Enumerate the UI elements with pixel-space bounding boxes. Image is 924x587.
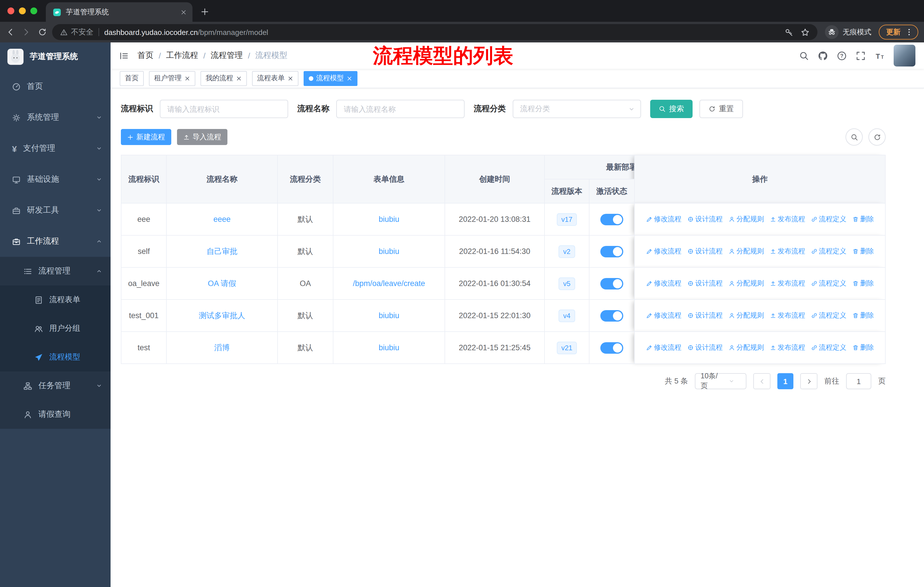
- op-design-link[interactable]: 设计流程: [687, 214, 723, 224]
- breadcrumb-item[interactable]: 流程管理: [211, 50, 243, 61]
- sidebar-item-process-admin[interactable]: 流程管理: [0, 257, 111, 286]
- hamburger-icon[interactable]: [119, 51, 129, 61]
- op-design-link[interactable]: 设计流程: [687, 246, 723, 256]
- sidebar-item-system-admin[interactable]: 系统管理: [0, 102, 111, 133]
- next-page-button[interactable]: [800, 373, 817, 389]
- create-process-button[interactable]: 新建流程: [121, 129, 171, 145]
- search-icon[interactable]: [799, 51, 809, 61]
- op-design-link[interactable]: 设计流程: [687, 343, 723, 352]
- op-publish-link[interactable]: 发布流程: [770, 343, 805, 352]
- new-tab-button[interactable]: [196, 3, 213, 20]
- sidebar-item-process-model[interactable]: 流程模型: [0, 343, 111, 372]
- active-toggle[interactable]: [601, 310, 623, 321]
- star-icon[interactable]: [801, 28, 809, 36]
- sidebar-logo[interactable]: 芋道管理系统: [0, 42, 111, 71]
- import-process-button[interactable]: 导入流程: [177, 129, 228, 145]
- op-delete-link[interactable]: 删除: [852, 279, 874, 288]
- model-name-link[interactable]: 滔博: [214, 343, 230, 352]
- sidebar-item-dev-tools[interactable]: 研发工具: [0, 195, 111, 226]
- process-key-input[interactable]: [160, 100, 288, 118]
- tab-tag-tenant-admin[interactable]: 租户管理: [149, 71, 195, 86]
- avatar[interactable]: [894, 45, 916, 66]
- browser-tab[interactable]: 芋道管理系统: [46, 2, 193, 22]
- help-icon[interactable]: ?: [837, 51, 846, 61]
- op-definition-link[interactable]: 流程定义: [811, 279, 846, 288]
- browser-menu-icon[interactable]: [905, 28, 913, 36]
- op-assign-rule-link[interactable]: 分配规则: [728, 214, 764, 224]
- goto-page-input[interactable]: [846, 373, 871, 389]
- close-icon[interactable]: [287, 75, 293, 81]
- reset-button[interactable]: 重置: [700, 100, 743, 118]
- op-design-link[interactable]: 设计流程: [687, 279, 723, 288]
- op-edit-link[interactable]: 修改流程: [646, 311, 681, 321]
- op-design-link[interactable]: 设计流程: [687, 311, 723, 321]
- model-name-link[interactable]: eeee: [213, 215, 231, 223]
- update-chip[interactable]: 更新: [879, 25, 918, 40]
- key-icon[interactable]: [785, 28, 794, 36]
- op-publish-link[interactable]: 发布流程: [770, 311, 805, 321]
- tab-tag-my-process[interactable]: 我的流程: [201, 71, 247, 86]
- search-button[interactable]: 搜索: [650, 100, 693, 118]
- tab-tag-home[interactable]: 首页: [120, 71, 144, 86]
- active-toggle[interactable]: [601, 213, 623, 225]
- form-link[interactable]: biubiu: [379, 343, 399, 352]
- form-link[interactable]: /bpm/oa/leave/create: [353, 279, 425, 288]
- op-delete-link[interactable]: 删除: [852, 246, 874, 256]
- op-assign-rule-link[interactable]: 分配规则: [728, 343, 764, 352]
- minimize-window-button[interactable]: [19, 7, 26, 14]
- sidebar-item-home[interactable]: 首页: [0, 71, 111, 102]
- sidebar-item-payment-admin[interactable]: ¥支付管理: [0, 133, 111, 164]
- close-icon[interactable]: [346, 75, 352, 81]
- font-size-icon[interactable]: TT: [875, 51, 884, 61]
- op-edit-link[interactable]: 修改流程: [646, 279, 681, 288]
- model-name-link[interactable]: 测试多审批人: [199, 311, 245, 319]
- active-toggle[interactable]: [601, 246, 623, 257]
- tab-tag-process-model[interactable]: 流程模型: [304, 71, 358, 86]
- op-edit-link[interactable]: 修改流程: [646, 246, 681, 256]
- breadcrumb-item[interactable]: 工作流程: [166, 50, 198, 61]
- op-definition-link[interactable]: 流程定义: [811, 311, 846, 321]
- forward-button[interactable]: [22, 28, 31, 37]
- active-toggle[interactable]: [601, 278, 623, 289]
- op-publish-link[interactable]: 发布流程: [770, 279, 805, 288]
- prev-page-button[interactable]: [753, 373, 771, 389]
- close-icon[interactable]: [185, 75, 190, 81]
- security-chip[interactable]: 不安全: [60, 27, 93, 37]
- model-name-link[interactable]: 自己审批: [206, 247, 238, 255]
- close-icon[interactable]: [236, 75, 242, 81]
- sidebar-item-process-form[interactable]: 流程表单: [0, 286, 111, 314]
- tab-tag-process-form[interactable]: 流程表单: [252, 71, 299, 86]
- refresh-table-button[interactable]: [868, 128, 886, 146]
- model-name-link[interactable]: OA 请假: [208, 279, 236, 288]
- op-definition-link[interactable]: 流程定义: [811, 246, 846, 256]
- sidebar-item-infrastructure[interactable]: 基础设施: [0, 164, 111, 195]
- category-select[interactable]: 流程分类: [513, 100, 641, 118]
- current-page-button[interactable]: 1: [777, 373, 794, 389]
- op-edit-link[interactable]: 修改流程: [646, 214, 681, 224]
- op-definition-link[interactable]: 流程定义: [811, 214, 846, 224]
- op-delete-link[interactable]: 删除: [852, 311, 874, 321]
- fullscreen-icon[interactable]: [856, 51, 866, 61]
- breadcrumb-item[interactable]: 首页: [137, 50, 153, 61]
- form-link[interactable]: biubiu: [379, 215, 399, 223]
- op-delete-link[interactable]: 删除: [852, 214, 874, 224]
- process-name-input[interactable]: [336, 100, 465, 118]
- show-search-button[interactable]: [845, 128, 863, 146]
- op-publish-link[interactable]: 发布流程: [770, 246, 805, 256]
- address-bar[interactable]: 不安全 dashboard.yudao.iocoder.cn/bpm/manag…: [52, 24, 817, 40]
- op-edit-link[interactable]: 修改流程: [646, 343, 681, 352]
- page-size-select[interactable]: 10条/页: [695, 373, 746, 389]
- back-button[interactable]: [6, 28, 15, 37]
- github-icon[interactable]: [818, 51, 828, 61]
- sidebar-item-leave-query[interactable]: 请假查询: [0, 400, 111, 429]
- tab-close-icon[interactable]: [180, 9, 187, 15]
- maximize-window-button[interactable]: [30, 7, 37, 14]
- op-definition-link[interactable]: 流程定义: [811, 343, 846, 352]
- op-assign-rule-link[interactable]: 分配规则: [728, 246, 764, 256]
- sidebar-item-workflow[interactable]: 工作流程: [0, 226, 111, 257]
- active-toggle[interactable]: [601, 342, 623, 354]
- close-window-button[interactable]: [7, 7, 14, 14]
- form-link[interactable]: biubiu: [379, 311, 399, 320]
- op-assign-rule-link[interactable]: 分配规则: [728, 311, 764, 321]
- sidebar-item-user-group[interactable]: 用户分组: [0, 314, 111, 343]
